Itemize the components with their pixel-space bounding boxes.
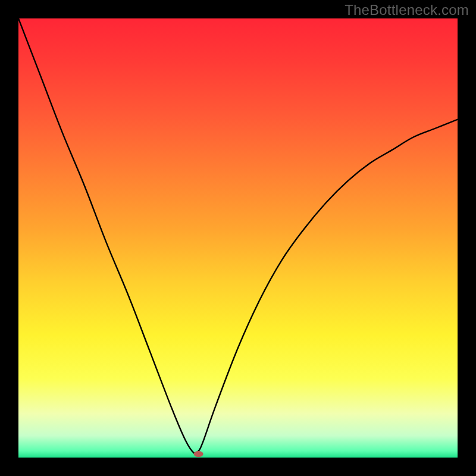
chart-frame: TheBottleneck.com	[0, 0, 476, 476]
plot-background	[18, 18, 458, 458]
watermark-text: TheBottleneck.com	[345, 2, 469, 18]
bottleneck-chart	[18, 18, 458, 458]
optimal-point-marker	[194, 451, 203, 457]
